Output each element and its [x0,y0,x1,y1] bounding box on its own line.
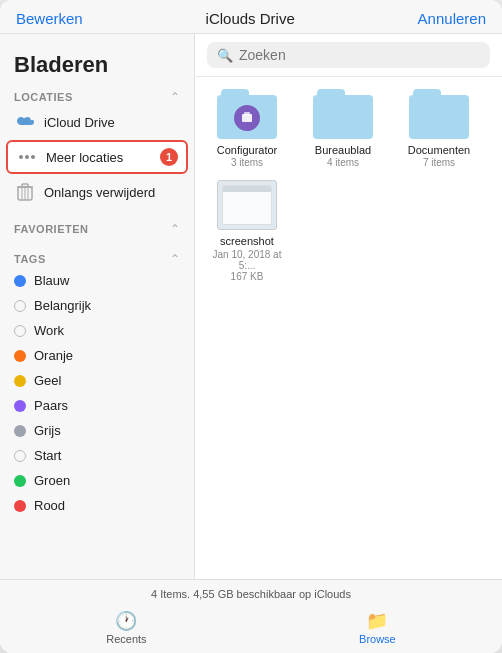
sidebar-item-onlangs-verwijderd[interactable]: Onlangs verwijderd [0,176,194,208]
cancel-button[interactable]: Annuleren [418,10,486,27]
documenten-folder-icon [409,89,469,139]
belangrijk-label: Belangrijk [34,298,180,313]
screenshot-name: screenshot [220,234,274,248]
groen-dot-icon [14,475,26,487]
sidebar-item-rood[interactable]: Rood [0,493,194,518]
oranje-dot-icon [14,350,26,362]
groen-label: Groen [34,473,180,488]
screenshot-date: Jan 10, 2018 at 5:... [207,249,287,271]
paars-label: Paars [34,398,180,413]
bureaublad-folder-icon [313,89,373,139]
grijs-dot-icon [14,425,26,437]
rood-label: Rood [34,498,180,513]
browse-tab[interactable]: 📁 Browse [335,608,420,647]
browse-tab-label: Browse [359,633,396,645]
search-input[interactable] [239,47,480,63]
favorites-chevron-icon: ⌃ [170,222,180,236]
locations-chevron-icon: ⌃ [170,90,180,104]
recents-icon: 🕐 [115,610,137,632]
configurator-name: Configurator [217,143,278,157]
search-icon: 🔍 [217,48,233,63]
icloud-drive-label: iCloud Drive [44,115,180,130]
bureaublad-name: Bureaublad [315,143,371,157]
top-bar: Bewerken iClouds Drive Annuleren [0,0,502,34]
onlangs-verwijderd-label: Onlangs verwijderd [44,185,180,200]
content-area: 🔍 [195,34,502,579]
file-grid: Configurator 3 items Bureaublad 4 items [195,77,502,579]
status-text: 4 Items. 4,55 GB beschikbaar op iClouds [0,584,502,604]
sidebar-item-blauw[interactable]: Blauw [0,268,194,293]
sidebar-item-groen[interactable]: Groen [0,468,194,493]
edit-button[interactable]: Bewerken [16,10,83,27]
start-label: Start [34,448,180,463]
start-dot-icon [14,450,26,462]
rood-dot-icon [14,500,26,512]
bottom-bar: 4 Items. 4,55 GB beschikbaar op iClouds … [0,579,502,653]
dots-icon [16,146,38,168]
screenshot-thumb [217,180,277,230]
bottom-tabs: 🕐 Recents 📁 Browse [0,604,502,653]
tags-chevron-icon: ⌃ [170,252,180,266]
sidebar: Bladeren Locaties ⌃ iCloud Drive [0,34,195,579]
sidebar-item-start[interactable]: Start [0,443,194,468]
file-row-2: screenshot Jan 10, 2018 at 5:... 167 KB [207,180,490,281]
recents-tab-label: Recents [106,633,146,645]
sidebar-item-icloud-drive[interactable]: iCloud Drive [0,106,194,138]
blauw-label: Blauw [34,273,180,288]
page-title: Bladeren [14,52,108,77]
sidebar-item-geel[interactable]: Geel [0,368,194,393]
file-item-documenten[interactable]: Documenten 7 items [399,89,479,168]
trash-icon [14,181,36,203]
blauw-dot-icon [14,275,26,287]
work-label: Work [34,323,180,338]
belangrijk-dot-icon [14,300,26,312]
svg-rect-7 [244,112,250,115]
screenshot-size: 167 KB [231,271,264,282]
geel-dot-icon [14,375,26,387]
drive-title: iClouds Drive [206,10,295,27]
sidebar-item-grijs[interactable]: Grijs [0,418,194,443]
tags-section-header: Tags ⌃ [0,246,194,268]
locations-label: Locaties [14,91,73,103]
favorites-section-header: Favorieten ⌃ [0,216,194,238]
cloud-icon [14,111,36,133]
app-frame: Bewerken iClouds Drive Annuleren Bladere… [0,0,502,653]
work-dot-icon [14,325,26,337]
grijs-label: Grijs [34,423,180,438]
svg-rect-6 [242,114,252,122]
page-title-block: Bladeren [0,44,194,84]
file-item-screenshot[interactable]: screenshot Jan 10, 2018 at 5:... 167 KB [207,180,287,281]
geel-label: Geel [34,373,180,388]
search-bar: 🔍 [195,34,502,77]
meer-locaties-label: Meer locaties [46,150,156,165]
browse-icon: 📁 [366,610,388,632]
search-wrapper[interactable]: 🔍 [207,42,490,68]
bureaublad-meta: 4 items [327,157,359,168]
meer-locaties-badge: 1 [160,148,178,166]
sidebar-item-paars[interactable]: Paars [0,393,194,418]
file-item-configurator[interactable]: Configurator 3 items [207,89,287,168]
configurator-meta: 3 items [231,157,263,168]
documenten-meta: 7 items [423,157,455,168]
configurator-folder-icon [217,89,277,139]
sidebar-item-belangrijk[interactable]: Belangrijk [0,293,194,318]
documenten-name: Documenten [408,143,470,157]
tags-label: Tags [14,253,46,265]
sidebar-item-meer-locaties[interactable]: Meer locaties 1 [6,140,188,174]
file-row-1: Configurator 3 items Bureaublad 4 items [207,89,490,168]
file-item-bureaublad[interactable]: Bureaublad 4 items [303,89,383,168]
oranje-label: Oranje [34,348,180,363]
paars-dot-icon [14,400,26,412]
sidebar-item-oranje[interactable]: Oranje [0,343,194,368]
sidebar-item-work[interactable]: Work [0,318,194,343]
favorites-label: Favorieten [14,223,88,235]
main-layout: Bladeren Locaties ⌃ iCloud Drive [0,34,502,579]
locations-section-header: Locaties ⌃ [0,84,194,106]
recents-tab[interactable]: 🕐 Recents [82,608,170,647]
